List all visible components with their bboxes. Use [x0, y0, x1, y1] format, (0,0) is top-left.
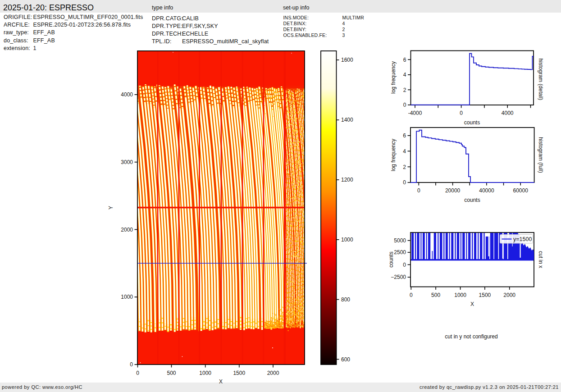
svg-text:log frequency: log frequency	[390, 61, 397, 94]
svg-text:-4000: -4000	[408, 110, 422, 116]
svg-text:2000: 2000	[267, 370, 279, 376]
svg-text:X: X	[219, 378, 223, 385]
svg-text:cut in x: cut in x	[538, 251, 544, 268]
svg-text:6: 6	[403, 132, 406, 139]
svg-text:counts: counts	[464, 197, 480, 203]
svg-text:40000: 40000	[479, 187, 494, 194]
svg-text:1000: 1000	[199, 370, 211, 376]
svg-text:log frequency: log frequency	[390, 139, 397, 171]
svg-text:20000: 20000	[445, 187, 461, 194]
svg-text:2000: 2000	[503, 292, 515, 298]
svg-text:6: 6	[403, 57, 406, 63]
svg-text:4: 4	[403, 148, 406, 155]
svg-text:2500: 2500	[394, 249, 406, 255]
svg-text:2: 2	[403, 87, 406, 93]
svg-text:0: 0	[403, 102, 406, 108]
svg-text:−2500: −2500	[391, 274, 406, 280]
svg-text:60000: 60000	[513, 187, 529, 194]
svg-text:1600: 1600	[341, 57, 353, 63]
svg-text:0: 0	[410, 292, 413, 298]
svg-text:2: 2	[403, 164, 406, 170]
svg-text:cut in y not configured: cut in y not configured	[445, 333, 497, 340]
svg-text:3000: 3000	[121, 159, 133, 165]
svg-text:1000: 1000	[454, 292, 466, 298]
svg-text:1000: 1000	[121, 294, 133, 300]
svg-text:1400: 1400	[341, 117, 353, 123]
svg-text:2000: 2000	[121, 227, 133, 233]
svg-text:0: 0	[417, 187, 420, 194]
svg-text:y=1500: y=1500	[513, 236, 532, 242]
svg-text:counts: counts	[464, 119, 480, 126]
svg-text:5000: 5000	[394, 237, 406, 244]
svg-text:X: X	[470, 301, 474, 307]
svg-text:1500: 1500	[479, 292, 491, 298]
svg-text:500: 500	[167, 370, 176, 376]
svg-text:0: 0	[130, 361, 133, 368]
svg-text:1500: 1500	[233, 370, 245, 376]
svg-text:4: 4	[403, 72, 406, 78]
svg-text:0: 0	[403, 179, 406, 186]
svg-text:counts: counts	[388, 251, 394, 267]
svg-text:1000: 1000	[341, 237, 353, 243]
svg-text:histogram (full): histogram (full)	[538, 137, 544, 173]
svg-text:0: 0	[136, 370, 139, 376]
svg-text:histogram (detail): histogram (detail)	[538, 59, 544, 100]
svg-text:600: 600	[341, 356, 350, 363]
svg-text:0: 0	[403, 262, 406, 268]
svg-text:0: 0	[460, 110, 463, 116]
svg-text:1200: 1200	[341, 177, 353, 183]
svg-text:500: 500	[431, 292, 440, 298]
svg-text:Y: Y	[108, 206, 114, 210]
svg-text:4000: 4000	[502, 110, 514, 116]
svg-text:800: 800	[341, 296, 350, 303]
svg-text:4000: 4000	[121, 91, 133, 98]
